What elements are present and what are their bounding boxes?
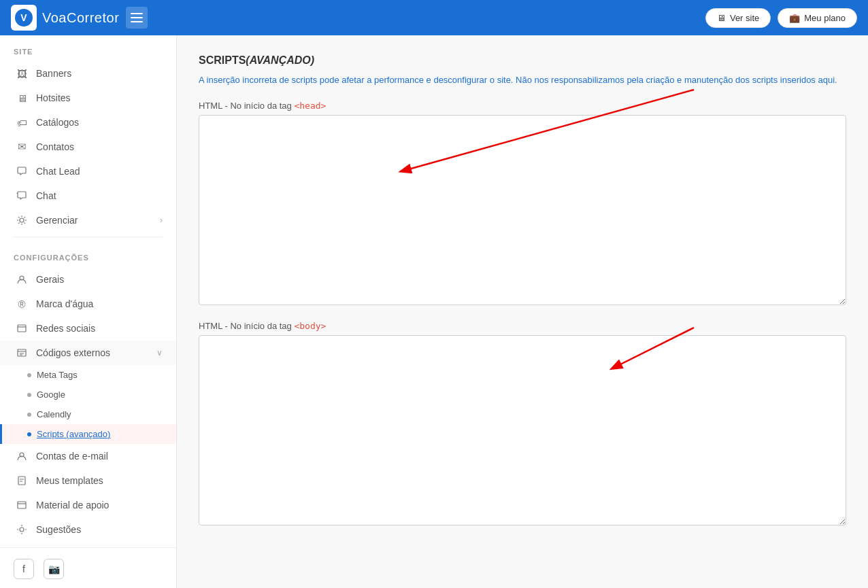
sidebar-item-gerenciar[interactable]: Gerenciar › [0, 208, 176, 232]
sidebar-subitem-meta-tags[interactable]: Meta Tags [0, 365, 176, 385]
sidebar-label-contas-email: Contas de e-mail [36, 451, 108, 462]
sidebar-item-chat-lead[interactable]: Chat Lead [0, 159, 176, 184]
contas-email-icon [16, 450, 28, 462]
sidebar-item-sugestoes[interactable]: Sugestões [0, 517, 176, 542]
header-right: 🖥 Ver site 💼 Meu plano [705, 8, 857, 28]
calendly-dot [27, 413, 31, 417]
logo-area: V VoaCorretor [11, 5, 119, 31]
chat-icon [16, 190, 28, 202]
sidebar-label-sugestoes: Sugestões [36, 524, 81, 535]
warning-text: A inserção incorreta de scripts pode afe… [199, 73, 846, 87]
codigos-externos-icon [16, 347, 28, 359]
sidebar-bottom: f 📷 [0, 547, 176, 588]
sidebar: SITE 🖼 Banners 🖥 Hotsites 🏷 Catálogos ✉ … [0, 35, 177, 588]
svg-rect-7 [18, 477, 25, 485]
sidebar-label-contatos: Contatos [36, 141, 74, 152]
meta-tags-dot [27, 373, 31, 377]
section-site-title: SITE [0, 35, 176, 61]
sidebar-item-material-apoio[interactable]: Material de apoio [0, 493, 176, 517]
google-dot [27, 393, 31, 397]
sidebar-item-hotsites[interactable]: 🖥 Hotsites [0, 86, 176, 110]
redes-sociais-icon [16, 322, 28, 334]
hotsites-icon: 🖥 [16, 92, 28, 104]
sidebar-subitems: Meta Tags Google Calendly Scripts (avanç… [0, 365, 176, 444]
html-body-textarea[interactable] [199, 335, 846, 525]
sidebar-label-chat: Chat [36, 190, 56, 201]
sidebar-label-hotsites: Hotsites [36, 92, 71, 103]
sidebar-label-meta-tags: Meta Tags [37, 370, 78, 380]
sidebar-label-google: Google [37, 390, 65, 400]
sidebar-label-chat-lead: Chat Lead [36, 166, 80, 177]
sidebar-item-chat[interactable]: Chat [0, 184, 176, 208]
layout: SITE 🖼 Banners 🖥 Hotsites 🏷 Catálogos ✉ … [0, 35, 868, 588]
sidebar-divider-1 [14, 237, 163, 237]
sidebar-label-codigos-externos: Códigos externos [36, 347, 110, 358]
banners-icon: 🖼 [16, 67, 28, 80]
sidebar-label-meus-templates: Meus templates [36, 475, 103, 486]
facebook-icon[interactable]: f [14, 559, 34, 579]
scripts-link[interactable]: Scripts (avançado) [37, 429, 110, 439]
sidebar-item-contas-email[interactable]: Contas de e-mail [0, 444, 176, 468]
contatos-icon: ✉ [16, 141, 28, 153]
meus-templates-icon [16, 474, 28, 487]
monitor-icon: 🖥 [717, 13, 726, 23]
gerenciar-icon [16, 214, 28, 226]
scripts-dot [27, 432, 31, 436]
sidebar-item-banners[interactable]: 🖼 Banners [0, 61, 176, 86]
sidebar-label-gerais: Gerais [36, 274, 64, 285]
marca-dagua-icon: ® [16, 298, 28, 310]
field2-label: HTML - No início da tag <body> [199, 321, 846, 331]
main-content: SCRIPTS(AVANÇADO) A inserção incorreta d… [177, 35, 868, 588]
header: V VoaCorretor 🖥 Ver site 💼 Meu plano [0, 0, 868, 35]
sidebar-subitem-google[interactable]: Google [0, 385, 176, 404]
sidebar-label-banners: Banners [36, 68, 71, 79]
svg-point-9 [20, 528, 24, 532]
ver-site-button[interactable]: 🖥 Ver site [705, 8, 771, 28]
body-tag: <body> [294, 321, 326, 331]
codigos-externos-chevron: ∨ [156, 348, 163, 358]
sidebar-item-catalogos[interactable]: 🏷 Catálogos [0, 110, 176, 135]
head-tag: <head> [294, 101, 326, 111]
html-head-textarea[interactable] [199, 115, 846, 305]
header-left: V VoaCorretor [11, 5, 148, 31]
sidebar-label-catalogos: Catálogos [36, 117, 79, 128]
hamburger-button[interactable] [126, 7, 148, 29]
sidebar-item-marca-dagua[interactable]: ® Marca d'água [0, 292, 176, 316]
logo-text: VoaCorretor [42, 10, 119, 26]
catalogos-icon: 🏷 [16, 116, 28, 128]
gerais-icon [16, 273, 28, 286]
svg-text:V: V [20, 12, 27, 23]
page-title: SCRIPTS(AVANÇADO) [199, 54, 846, 67]
sidebar-item-gerais[interactable]: Gerais [0, 267, 176, 292]
section-configuracoes-title: CONFIGURAÇÕES [0, 241, 176, 267]
meu-plano-button[interactable]: 💼 Meu plano [778, 8, 857, 28]
sidebar-label-material-apoio: Material de apoio [36, 500, 109, 511]
sugestoes-icon [16, 523, 28, 536]
logo-icon: V [11, 5, 37, 31]
sidebar-subitem-calendly[interactable]: Calendly [0, 404, 176, 424]
field1-label: HTML - No início da tag <head> [199, 101, 846, 111]
gerenciar-chevron: › [160, 215, 163, 225]
material-apoio-icon [16, 499, 28, 511]
plan-icon: 💼 [789, 13, 800, 23]
sidebar-label-redes-sociais: Redes sociais [36, 323, 95, 334]
instagram-icon[interactable]: 📷 [44, 559, 64, 579]
svg-rect-8 [18, 502, 26, 508]
svg-rect-4 [18, 325, 26, 332]
sidebar-item-contatos[interactable]: ✉ Contatos [0, 135, 176, 159]
sidebar-label-gerenciar: Gerenciar [36, 215, 78, 226]
sidebar-item-codigos-externos[interactable]: Códigos externos ∨ [0, 341, 176, 365]
svg-point-2 [20, 218, 24, 222]
sidebar-label-calendly: Calendly [37, 409, 71, 419]
sidebar-item-redes-sociais[interactable]: Redes sociais [0, 316, 176, 341]
sidebar-subitem-scripts[interactable]: Scripts (avançado) [0, 424, 176, 444]
sidebar-label-marca-dagua: Marca d'água [36, 298, 93, 309]
chat-lead-icon [16, 165, 28, 177]
sidebar-item-meus-templates[interactable]: Meus templates [0, 468, 176, 493]
